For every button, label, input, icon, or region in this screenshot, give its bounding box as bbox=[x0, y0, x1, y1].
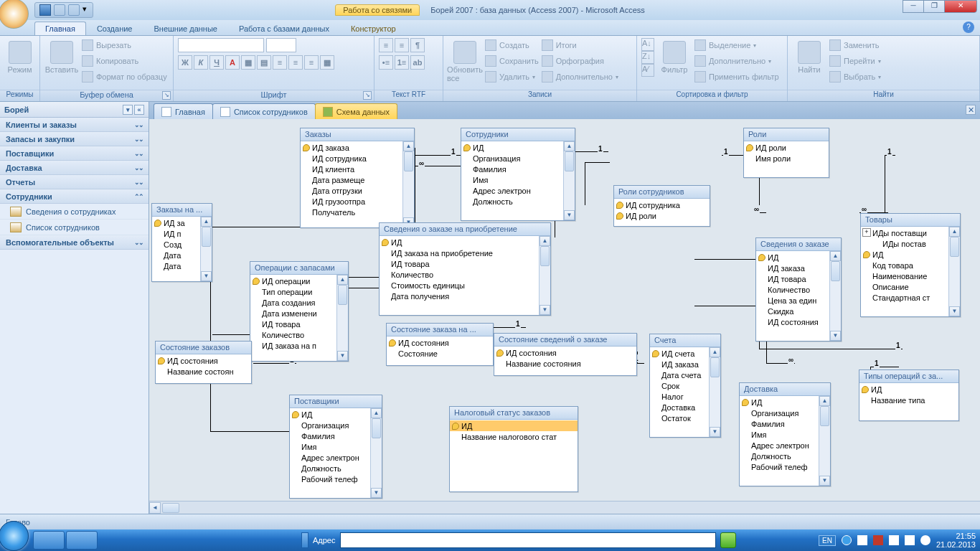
redo-icon[interactable] bbox=[68, 4, 80, 16]
toolbar-grip[interactable] bbox=[301, 532, 308, 548]
field[interactable]: ИД bbox=[450, 420, 578, 431]
field[interactable]: Цена за един bbox=[756, 295, 829, 306]
nav-group-employees[interactable]: Сотрудники⌃⌃ bbox=[0, 189, 149, 204]
field[interactable]: Организация bbox=[740, 408, 819, 418]
field[interactable]: ИД bbox=[861, 249, 948, 260]
task-word[interactable] bbox=[66, 531, 98, 550]
nav-dropdown-icon[interactable]: ▾ bbox=[123, 105, 133, 115]
field[interactable]: Тип операции bbox=[250, 286, 336, 297]
field[interactable]: Описание bbox=[861, 281, 948, 292]
align-center-button[interactable]: ≡ bbox=[288, 55, 303, 70]
field[interactable]: Наименование bbox=[861, 270, 948, 281]
sort-asc-button[interactable]: A↓ bbox=[641, 38, 654, 51]
field[interactable]: ИД сотрудника bbox=[614, 199, 710, 210]
undo-icon[interactable] bbox=[54, 4, 65, 16]
field[interactable]: Адрес электрон bbox=[740, 440, 819, 451]
refresh-all-button[interactable]: Обновить все bbox=[448, 38, 482, 83]
clock[interactable]: 21:55 21.02.2013 bbox=[936, 532, 976, 549]
save-icon[interactable] bbox=[39, 4, 51, 16]
bullets-button[interactable]: •≡ bbox=[379, 55, 393, 70]
field[interactable]: ИД счета bbox=[650, 348, 709, 359]
qat-dropdown-icon[interactable]: ▾ bbox=[83, 4, 88, 16]
field[interactable]: Количество bbox=[756, 284, 829, 295]
copy-button[interactable]: Копировать bbox=[82, 54, 167, 68]
field[interactable]: Стандартная ст bbox=[861, 292, 948, 303]
field[interactable]: Дата изменени bbox=[250, 308, 336, 319]
sort-desc-button[interactable]: Z↓ bbox=[641, 51, 654, 64]
save-record-button[interactable]: Сохранить bbox=[485, 54, 539, 68]
fill-color-button[interactable]: ▦ bbox=[241, 55, 255, 70]
field[interactable]: Организация bbox=[461, 153, 563, 164]
scrollbar[interactable]: ▲▼ bbox=[539, 236, 550, 315]
field[interactable]: ИД клиента bbox=[301, 164, 402, 174]
toggle-filter-button[interactable]: Применить фильтр bbox=[694, 70, 779, 84]
clear-sort-button[interactable]: A⁄ bbox=[641, 64, 654, 77]
field[interactable]: ИДы постав bbox=[861, 238, 948, 249]
field[interactable]: ИД заказа на приобретение bbox=[380, 248, 539, 258]
doctab-relationships[interactable]: Схема данных bbox=[315, 103, 397, 119]
doctab-employee-list[interactable]: Список сотрудников bbox=[212, 103, 316, 119]
scrollbar[interactable]: ▲▼ bbox=[336, 275, 348, 361]
field[interactable]: Дата счета bbox=[650, 369, 709, 380]
field[interactable]: ИД грузоотпра bbox=[301, 196, 402, 207]
clipboard-dialog-launcher[interactable]: ↘ bbox=[162, 91, 171, 100]
minimize-button[interactable]: ─ bbox=[903, 0, 924, 13]
shield-icon[interactable] bbox=[873, 535, 883, 545]
font-size-combo[interactable] bbox=[266, 38, 296, 52]
align-right-button[interactable]: ≡ bbox=[304, 55, 319, 70]
nav-collapse-icon[interactable]: « bbox=[134, 105, 144, 115]
field[interactable]: Должность bbox=[290, 463, 370, 474]
field[interactable]: ИД товара bbox=[380, 258, 539, 269]
tab-external[interactable]: Внешние данные bbox=[143, 22, 228, 35]
address-input[interactable] bbox=[340, 532, 717, 548]
nav-header[interactable]: Борей ▾« bbox=[0, 102, 149, 118]
field[interactable]: ИД роли bbox=[744, 142, 829, 153]
field[interactable]: Имя bbox=[740, 429, 819, 440]
tab-design[interactable]: Конструктор bbox=[340, 22, 407, 35]
close-button[interactable]: ✕ bbox=[944, 0, 977, 13]
format-painter-button[interactable]: Формат по образцу bbox=[82, 70, 167, 84]
field[interactable]: ИД заказа bbox=[756, 263, 829, 273]
selection-filter-button[interactable]: Выделение▾ bbox=[694, 38, 779, 52]
filter-button[interactable]: Фильтр bbox=[657, 38, 692, 74]
field[interactable]: ИД bbox=[740, 397, 819, 408]
field[interactable]: Дата bbox=[152, 260, 200, 271]
field[interactable]: Имя bbox=[290, 441, 370, 452]
scrollbar[interactable]: ▲▼ bbox=[200, 217, 212, 281]
field[interactable]: ИД товара bbox=[250, 319, 336, 329]
field[interactable]: Количество bbox=[380, 269, 539, 280]
alt-row-color-button[interactable]: ▦ bbox=[320, 55, 334, 70]
field[interactable]: Имя bbox=[461, 174, 563, 185]
field[interactable]: Название состоян bbox=[156, 366, 251, 377]
field[interactable]: Дата создания bbox=[250, 297, 336, 308]
field[interactable]: Срок bbox=[650, 380, 709, 391]
nav-group-shipping[interactable]: Доставка⌄⌄ bbox=[0, 161, 149, 175]
table-po-details[interactable]: Сведения о заказе на приобретение ИД ИД … bbox=[379, 222, 551, 316]
field[interactable]: ИД заказа bbox=[650, 359, 709, 369]
language-indicator[interactable]: EN bbox=[819, 535, 836, 546]
nav-group-inventory[interactable]: Запасы и закупки⌄⌄ bbox=[0, 132, 149, 146]
field[interactable]: Рабочий телеф bbox=[740, 461, 819, 472]
underline-button[interactable]: Ч bbox=[209, 55, 224, 70]
table-shippers[interactable]: Доставка ИД Организация Фамилия Имя Адре… bbox=[739, 382, 831, 486]
field[interactable]: Дата отгрузки bbox=[301, 185, 402, 196]
task-explorer[interactable] bbox=[33, 531, 65, 550]
field[interactable]: Адрес электрон bbox=[290, 452, 370, 463]
table-suppliers[interactable]: Поставщики ИД Организация Фамилия Имя Ад… bbox=[289, 395, 382, 499]
advanced-filter-button[interactable]: Дополнительно▾ bbox=[694, 54, 779, 68]
delete-record-button[interactable]: Удалить▾ bbox=[485, 70, 539, 84]
field[interactable]: Фамилия bbox=[461, 164, 563, 174]
field[interactable]: Фамилия bbox=[740, 418, 819, 429]
clock-icon[interactable] bbox=[920, 535, 930, 545]
field[interactable]: Имя роли bbox=[744, 153, 829, 164]
goto-button[interactable]: Перейти▾ bbox=[829, 54, 881, 68]
field[interactable]: ИД операции bbox=[250, 276, 336, 286]
address-go-button[interactable] bbox=[720, 532, 736, 548]
field[interactable]: ИДы поставщи bbox=[861, 227, 948, 238]
totals-button[interactable]: Итоги bbox=[542, 38, 618, 52]
table-orders-status[interactable]: Состояние заказов ИД состояния Название … bbox=[155, 341, 252, 384]
table-order-details[interactable]: Сведения о заказе ИД ИД заказа ИД товара… bbox=[755, 237, 842, 342]
select-button[interactable]: Выбрать▾ bbox=[829, 70, 881, 84]
scrollbar[interactable]: ▲▼ bbox=[563, 141, 575, 220]
scrollbar[interactable]: ▲▼ bbox=[829, 251, 841, 341]
